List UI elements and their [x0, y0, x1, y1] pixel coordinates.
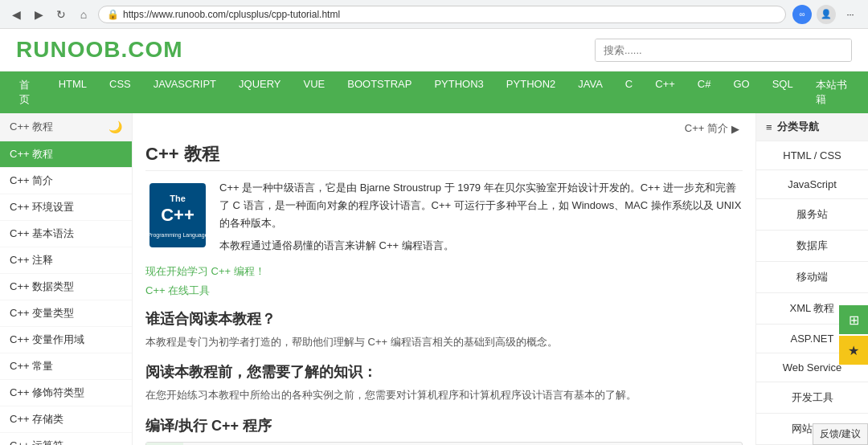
who-text: 本教程是专门为初学者打造的，帮助他们理解与 C++ 编程语言相关的基础到高级的概…: [145, 333, 743, 351]
forward-button[interactable]: ▶: [31, 6, 47, 22]
url-text: https://www.runoob.com/cplusplus/cpp-tut…: [123, 9, 340, 20]
sidebar-item-cpp-vartypes[interactable]: C++ 变量类型: [0, 300, 132, 327]
sidebar-title: C++ 教程: [10, 120, 53, 134]
category-nav: ≡ 分类导航 HTML / CSS JavaScript 服务站 数据库 移动端…: [756, 113, 868, 445]
logo-runoob: RUNOOB: [16, 37, 121, 62]
intro-text: C++ 是一种中级语言，它是由 Bjarne Stroustrup 于 1979…: [219, 179, 743, 255]
svg-text:Programming Language: Programming Language: [147, 232, 207, 239]
nav-cpp[interactable]: C++: [644, 71, 686, 113]
sidebar-item-cpp-datatypes[interactable]: C++ 数据类型: [0, 274, 132, 300]
sidebar-item-cpp-modifiers[interactable]: C++ 修饰符类型: [0, 380, 132, 406]
example-box: 实例 #include <iostream> using namespace s…: [145, 442, 743, 445]
sidebar-item-cpp-tutorial[interactable]: C++ 教程: [0, 141, 132, 168]
main-nav: 首页 HTML CSS JAVASCRIPT JQUERY VUE BOOTST…: [0, 71, 868, 113]
svg-text:The: The: [170, 194, 186, 203]
nav-python2[interactable]: PYTHON2: [495, 71, 567, 113]
star-icon[interactable]: ★: [839, 336, 868, 365]
category-nav-header: ≡ 分类导航: [756, 113, 868, 141]
right-panel-inner: ≡ 分类导航 HTML / CSS JavaScript 服务站 数据库 移动端…: [755, 113, 868, 445]
nav-css[interactable]: CSS: [98, 71, 142, 113]
breadcrumb-arrow: ▶: [731, 123, 739, 135]
site-header: RUNOOB.COM: [0, 29, 868, 71]
logo-com: COM: [128, 37, 182, 62]
lock-icon: 🔒: [107, 9, 119, 20]
nav-java[interactable]: JAVA: [567, 71, 614, 113]
category-database[interactable]: 数据库: [756, 231, 868, 262]
grid-icon[interactable]: ⊞: [839, 305, 868, 334]
breadcrumb-link[interactable]: C++ 简介: [685, 121, 728, 136]
back-button[interactable]: ◀: [8, 6, 24, 22]
content-area: C++ 教程 🌙 C++ 教程 C++ 简介 C++ 环境设置 C++ 基本语法…: [0, 113, 868, 445]
extension-btn[interactable]: ∞: [792, 5, 812, 24]
sidebar-item-cpp-varscope[interactable]: C++ 变量作用域: [0, 327, 132, 353]
sidebar-moon-icon: 🌙: [108, 120, 122, 133]
intro-para2: 本教程通过通俗易懂的语言来讲解 C++ 编程语言。: [219, 237, 743, 255]
url-bar[interactable]: 🔒 https://www.runoob.com/cplusplus/cpp-t…: [98, 6, 786, 23]
search-input[interactable]: [596, 39, 851, 61]
feedback-side-button[interactable]: 反馈/建议: [813, 423, 868, 445]
sidebar-item-cpp-comments[interactable]: C++ 注释: [0, 247, 132, 274]
page-title: C++ 教程: [145, 142, 743, 171]
menu-btn[interactable]: ···: [841, 5, 860, 24]
logo[interactable]: RUNOOB.COM: [16, 37, 183, 63]
nav-vue[interactable]: VUE: [293, 71, 337, 113]
nav-books[interactable]: 本站书籍: [805, 71, 860, 113]
nav-csharp[interactable]: C#: [686, 71, 723, 113]
nav-go[interactable]: GO: [722, 71, 760, 113]
category-service[interactable]: 服务站: [756, 199, 868, 231]
profile-btn[interactable]: 👤: [817, 5, 836, 24]
who-title: 谁适合阅读本教程？: [145, 309, 743, 329]
category-nav-icon: ≡: [766, 121, 772, 133]
sidebar-item-cpp-syntax[interactable]: C++ 基本语法: [0, 221, 132, 247]
sidebar-item-cpp-intro[interactable]: C++ 简介: [0, 168, 132, 194]
sidebar-item-cpp-constants[interactable]: C++ 常量: [0, 353, 132, 380]
category-devtools[interactable]: 开发工具: [756, 382, 868, 414]
nav-javascript[interactable]: JAVASCRIPT: [142, 71, 227, 113]
category-html-css[interactable]: HTML / CSS: [756, 141, 868, 170]
sidebar-header: C++ 教程 🌙: [0, 113, 132, 141]
logo-dot: .: [121, 37, 128, 62]
refresh-button[interactable]: ↻: [53, 6, 69, 22]
browser-chrome: ◀ ▶ ↻ ⌂ 🔒 https://www.runoob.com/cpluspl…: [0, 0, 868, 29]
nav-c[interactable]: C: [614, 71, 644, 113]
compile-title: 编译/执行 C++ 程序: [145, 416, 743, 435]
category-mobile[interactable]: 移动端: [756, 262, 868, 293]
sidebar-item-cpp-operators[interactable]: C++ 运算符: [0, 433, 132, 445]
breadcrumb: C++ 简介 ▶: [145, 121, 743, 136]
cpp-logo: The C++ Programming Language: [145, 179, 210, 251]
prereq-text: 在您开始练习本教程中所给出的各种实例之前，您需要对计算机程序和计算机程序设计语言…: [145, 386, 743, 404]
sidebar-item-cpp-storage[interactable]: C++ 存储类: [0, 406, 132, 433]
nav-bootstrap[interactable]: BOOTSTRAP: [336, 71, 423, 113]
home-button[interactable]: ⌂: [76, 6, 92, 22]
nav-python3[interactable]: PYTHON3: [423, 71, 494, 113]
floating-icons: ⊞ ★: [839, 305, 868, 365]
category-nav-title: 分类导航: [777, 120, 819, 134]
right-panel: ≡ 分类导航 HTML / CSS JavaScript 服务站 数据库 移动端…: [755, 113, 868, 445]
link-tools[interactable]: C++ 在线工具: [145, 284, 210, 296]
intro-section: The C++ Programming Language C++ 是一种中级语言…: [145, 179, 743, 255]
sidebar: C++ 教程 🌙 C++ 教程 C++ 简介 C++ 环境设置 C++ 基本语法…: [0, 113, 133, 445]
nav-home[interactable]: 首页: [8, 71, 47, 113]
category-javascript[interactable]: JavaScript: [756, 170, 868, 199]
nav-html[interactable]: HTML: [47, 71, 98, 113]
sidebar-item-cpp-env[interactable]: C++ 环境设置: [0, 194, 132, 221]
prereq-title: 阅读本教程前，您需要了解的知识：: [145, 362, 743, 382]
search-bar[interactable]: [595, 39, 852, 62]
intro-para1: C++ 是一种中级语言，它是由 Bjarne Stroustrup 于 1979…: [219, 179, 743, 232]
example-label: 实例: [146, 443, 183, 445]
link-start[interactable]: 现在开始学习 C++ 编程！: [145, 265, 265, 277]
nav-jquery[interactable]: JQUERY: [227, 71, 293, 113]
main-content: C++ 简介 ▶ C++ 教程 The C++ Programming Lang…: [133, 113, 755, 445]
nav-sql[interactable]: SQL: [761, 71, 805, 113]
browser-actions: ∞ 👤 ···: [792, 5, 860, 24]
svg-text:C++: C++: [161, 205, 194, 225]
